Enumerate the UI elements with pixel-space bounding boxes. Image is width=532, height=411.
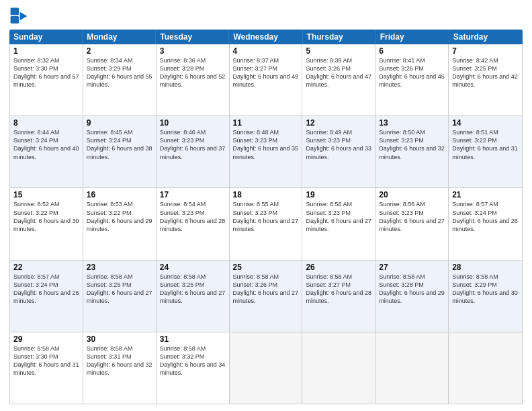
day-info: Sunrise: 8:53 AMSunset: 3:22 PMDaylight:… — [87, 200, 152, 233]
day-number: 27 — [379, 263, 445, 272]
calendar-cell: 3Sunrise: 8:36 AMSunset: 3:28 PMDaylight… — [157, 44, 230, 116]
calendar-cell: 11Sunrise: 8:48 AMSunset: 3:23 PMDayligh… — [230, 116, 303, 187]
day-number: 7 — [452, 46, 519, 56]
logo — [9, 7, 31, 26]
calendar-cell: 22Sunrise: 8:57 AMSunset: 3:24 PMDayligh… — [10, 261, 83, 332]
day-number: 29 — [13, 334, 79, 344]
day-number: 20 — [379, 190, 445, 199]
day-number: 19 — [306, 190, 371, 199]
calendar-day-header: Sunday — [9, 30, 83, 44]
svg-marker-2 — [20, 12, 28, 20]
day-number: 13 — [379, 118, 445, 128]
calendar-cell: 4Sunrise: 8:37 AMSunset: 3:27 PMDaylight… — [230, 44, 303, 116]
calendar-day-header: Saturday — [449, 30, 523, 44]
calendar-cell — [375, 332, 449, 404]
calendar-header: SundayMondayTuesdayWednesdayThursdayFrid… — [9, 30, 523, 44]
calendar-cell: 15Sunrise: 8:52 AMSunset: 3:22 PMDayligh… — [10, 188, 83, 259]
calendar-week: 1Sunrise: 8:32 AMSunset: 3:30 PMDaylight… — [10, 44, 522, 116]
day-number: 30 — [87, 334, 152, 344]
day-number: 10 — [160, 118, 226, 128]
calendar-week: 22Sunrise: 8:57 AMSunset: 3:24 PMDayligh… — [10, 261, 522, 332]
day-number: 26 — [306, 263, 371, 272]
calendar-cell: 28Sunrise: 8:58 AMSunset: 3:29 PMDayligh… — [449, 261, 522, 332]
day-info: Sunrise: 8:58 AMSunset: 3:26 PMDaylight:… — [233, 273, 299, 306]
day-number: 17 — [160, 190, 226, 199]
day-number: 16 — [87, 190, 152, 199]
calendar-cell: 19Sunrise: 8:56 AMSunset: 3:23 PMDayligh… — [302, 188, 375, 259]
day-info: Sunrise: 8:58 AMSunset: 3:31 PMDaylight:… — [87, 345, 152, 377]
day-info: Sunrise: 8:57 AMSunset: 3:24 PMDaylight:… — [452, 200, 519, 233]
day-info: Sunrise: 8:58 AMSunset: 3:27 PMDaylight:… — [306, 273, 371, 306]
calendar-cell: 13Sunrise: 8:50 AMSunset: 3:23 PMDayligh… — [375, 116, 449, 187]
calendar-day-header: Wednesday — [229, 30, 302, 44]
day-info: Sunrise: 8:58 AMSunset: 3:25 PMDaylight:… — [87, 273, 152, 306]
day-number: 14 — [452, 118, 519, 128]
calendar-day-header: Friday — [376, 30, 449, 44]
day-number: 21 — [452, 190, 519, 199]
calendar-cell: 29Sunrise: 8:58 AMSunset: 3:30 PMDayligh… — [10, 332, 83, 404]
calendar-cell: 6Sunrise: 8:41 AMSunset: 3:26 PMDaylight… — [375, 44, 449, 116]
calendar-cell: 31Sunrise: 8:58 AMSunset: 3:32 PMDayligh… — [157, 332, 230, 404]
calendar-cell: 23Sunrise: 8:58 AMSunset: 3:25 PMDayligh… — [83, 261, 157, 332]
day-info: Sunrise: 8:56 AMSunset: 3:23 PMDaylight:… — [379, 200, 445, 233]
day-info: Sunrise: 8:46 AMSunset: 3:23 PMDaylight:… — [160, 128, 226, 161]
calendar-day-header: Thursday — [303, 30, 376, 44]
day-number: 6 — [379, 46, 445, 56]
calendar-cell: 2Sunrise: 8:34 AMSunset: 3:29 PMDaylight… — [83, 44, 157, 116]
calendar-cell: 8Sunrise: 8:44 AMSunset: 3:24 PMDaylight… — [10, 116, 83, 187]
calendar-week: 29Sunrise: 8:58 AMSunset: 3:30 PMDayligh… — [10, 332, 522, 404]
calendar-cell: 27Sunrise: 8:58 AMSunset: 3:28 PMDayligh… — [375, 261, 449, 332]
calendar-cell: 20Sunrise: 8:56 AMSunset: 3:23 PMDayligh… — [375, 188, 449, 259]
calendar-cell — [302, 332, 375, 404]
day-info: Sunrise: 8:45 AMSunset: 3:24 PMDaylight:… — [87, 128, 152, 161]
calendar-week: 15Sunrise: 8:52 AMSunset: 3:22 PMDayligh… — [10, 188, 522, 260]
day-info: Sunrise: 8:58 AMSunset: 3:29 PMDaylight:… — [452, 273, 519, 306]
day-info: Sunrise: 8:54 AMSunset: 3:23 PMDaylight:… — [160, 200, 226, 233]
calendar-cell: 17Sunrise: 8:54 AMSunset: 3:23 PMDayligh… — [157, 188, 230, 259]
day-number: 18 — [233, 190, 299, 199]
day-info: Sunrise: 8:32 AMSunset: 3:30 PMDaylight:… — [13, 56, 79, 89]
svg-rect-0 — [11, 8, 19, 15]
day-info: Sunrise: 8:50 AMSunset: 3:23 PMDaylight:… — [379, 128, 445, 161]
day-info: Sunrise: 8:58 AMSunset: 3:25 PMDaylight:… — [160, 273, 226, 306]
calendar-cell: 10Sunrise: 8:46 AMSunset: 3:23 PMDayligh… — [157, 116, 230, 187]
day-info: Sunrise: 8:49 AMSunset: 3:23 PMDaylight:… — [306, 128, 371, 161]
day-info: Sunrise: 8:37 AMSunset: 3:27 PMDaylight:… — [233, 56, 299, 89]
page: SundayMondayTuesdayWednesdayThursdayFrid… — [0, 0, 532, 411]
day-number: 3 — [160, 46, 226, 56]
day-number: 28 — [452, 263, 519, 272]
calendar-cell: 12Sunrise: 8:49 AMSunset: 3:23 PMDayligh… — [302, 116, 375, 187]
day-info: Sunrise: 8:34 AMSunset: 3:29 PMDaylight:… — [87, 56, 152, 89]
day-number: 8 — [13, 118, 79, 128]
header — [9, 7, 523, 26]
svg-rect-1 — [11, 16, 19, 24]
calendar-cell: 16Sunrise: 8:53 AMSunset: 3:22 PMDayligh… — [83, 188, 157, 259]
logo-icon — [9, 7, 28, 26]
calendar-cell: 25Sunrise: 8:58 AMSunset: 3:26 PMDayligh… — [230, 261, 303, 332]
day-info: Sunrise: 8:44 AMSunset: 3:24 PMDaylight:… — [13, 128, 79, 161]
day-info: Sunrise: 8:58 AMSunset: 3:30 PMDaylight:… — [13, 345, 79, 377]
calendar-cell: 26Sunrise: 8:58 AMSunset: 3:27 PMDayligh… — [302, 261, 375, 332]
day-info: Sunrise: 8:42 AMSunset: 3:25 PMDaylight:… — [452, 56, 519, 89]
day-number: 12 — [306, 118, 371, 128]
calendar-body: 1Sunrise: 8:32 AMSunset: 3:30 PMDaylight… — [9, 44, 523, 404]
day-number: 5 — [306, 46, 371, 56]
day-number: 1 — [13, 46, 79, 56]
day-number: 4 — [233, 46, 299, 56]
day-info: Sunrise: 8:52 AMSunset: 3:22 PMDaylight:… — [13, 200, 79, 233]
day-number: 31 — [160, 334, 226, 344]
calendar-cell — [449, 332, 522, 404]
day-info: Sunrise: 8:58 AMSunset: 3:32 PMDaylight:… — [160, 345, 226, 377]
calendar-cell: 7Sunrise: 8:42 AMSunset: 3:25 PMDaylight… — [449, 44, 522, 116]
calendar-cell — [230, 332, 303, 404]
day-info: Sunrise: 8:56 AMSunset: 3:23 PMDaylight:… — [306, 200, 371, 233]
calendar-cell: 24Sunrise: 8:58 AMSunset: 3:25 PMDayligh… — [157, 261, 230, 332]
day-info: Sunrise: 8:48 AMSunset: 3:23 PMDaylight:… — [233, 128, 299, 161]
day-number: 11 — [233, 118, 299, 128]
calendar-day-header: Monday — [83, 30, 156, 44]
day-info: Sunrise: 8:58 AMSunset: 3:28 PMDaylight:… — [379, 273, 445, 306]
day-number: 22 — [13, 263, 79, 272]
day-info: Sunrise: 8:51 AMSunset: 3:22 PMDaylight:… — [452, 128, 519, 161]
day-number: 25 — [233, 263, 299, 272]
day-info: Sunrise: 8:57 AMSunset: 3:24 PMDaylight:… — [13, 273, 79, 306]
